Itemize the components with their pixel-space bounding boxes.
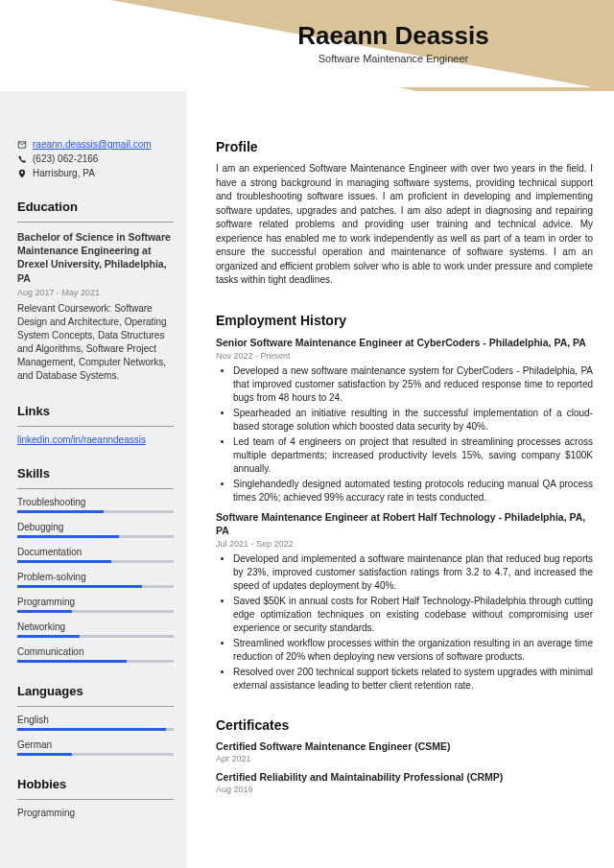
languages-heading: Languages	[17, 684, 174, 698]
job-title: Software Maintenance Engineer at Robert …	[216, 510, 593, 537]
job-dates: Jul 2021 - Sep 2022	[216, 539, 593, 549]
profile-body: I am an experienced Software Maintenance…	[216, 162, 593, 288]
skill-item: Communication	[17, 646, 174, 663]
skill-fill	[17, 560, 111, 563]
email-icon	[17, 140, 27, 150]
skill-bar	[17, 635, 174, 638]
cert-date: Apr 2021	[216, 754, 593, 763]
profile-heading: Profile	[216, 139, 593, 154]
language-item: English	[17, 715, 174, 731]
job-bullet: Streamlined workflow processes within th…	[233, 637, 593, 664]
person-name: Raeann Deassis	[173, 21, 614, 51]
skill-label: Troubleshooting	[17, 497, 174, 507]
location-icon	[17, 169, 27, 178]
hobbies-heading: Hobbies	[17, 777, 174, 791]
phone-icon	[17, 154, 27, 164]
skill-label: Programming	[17, 597, 174, 607]
language-item: German	[17, 739, 174, 756]
skill-label: Debugging	[17, 522, 174, 532]
skill-fill	[17, 635, 80, 638]
skill-label: Networking	[17, 622, 174, 632]
skill-label: Communication	[17, 646, 174, 657]
phone-text: (623) 062-2166	[33, 153, 98, 164]
contact-phone-row: (623) 062-2166	[17, 153, 174, 164]
email-link[interactable]: raeann.deassis@gmail.com	[33, 139, 152, 150]
skill-label: Problem-solving	[17, 572, 174, 582]
job-bullet: Singlehandedly designed automated testin…	[233, 478, 593, 504]
skill-bar	[17, 510, 174, 513]
skill-fill	[17, 510, 104, 513]
job-bullet: Developed a new software maintenance sys…	[233, 364, 593, 405]
job-title: Senior Software Maintenance Engineer at …	[216, 336, 593, 349]
skill-fill	[17, 535, 119, 538]
employment-heading: Employment History	[216, 313, 593, 328]
job-bullet: Saved $50K in annual costs for Robert Ha…	[233, 595, 593, 635]
language-bar	[17, 753, 174, 756]
cert-title: Certified Software Maintenance Engineer …	[216, 740, 593, 752]
certificates-heading: Certificates	[216, 717, 593, 733]
main-content: Profile I am an experienced Software Mai…	[187, 91, 614, 868]
skill-bar	[17, 535, 174, 538]
job-entry: Software Maintenance Engineer at Robert …	[216, 510, 593, 692]
divider	[17, 799, 174, 800]
links-heading: Links	[17, 404, 174, 418]
skill-fill	[17, 585, 142, 588]
skill-item: Troubleshooting	[17, 497, 174, 513]
skill-bar	[17, 585, 174, 588]
divider	[17, 222, 174, 223]
skill-fill	[17, 660, 127, 663]
contact-email-row: raeann.deassis@gmail.com	[17, 139, 174, 150]
language-label: German	[17, 739, 174, 750]
job-bullet: Developed and implemented a software mai…	[233, 552, 593, 593]
education-heading: Education	[17, 199, 174, 214]
skill-bar	[17, 560, 174, 563]
job-bullets: Developed and implemented a software mai…	[216, 552, 593, 692]
divider	[17, 706, 174, 707]
skill-fill	[17, 610, 72, 613]
education-degree: Bachelor of Science in Software Maintena…	[17, 230, 174, 285]
skill-bar	[17, 660, 174, 663]
skills-heading: Skills	[17, 466, 174, 481]
cert-title: Certified Reliability and Maintainabilit…	[216, 771, 593, 783]
job-dates: Nov 2022 - Present	[216, 351, 593, 361]
education-dates: Aug 2017 - May 2021	[17, 288, 174, 297]
skill-item: Networking	[17, 622, 174, 638]
skill-item: Debugging	[17, 522, 174, 538]
person-title: Software Maintenance Engineer	[173, 53, 614, 64]
job-bullet: Led team of 4 engineers on project that …	[233, 435, 593, 476]
skill-item: Problem-solving	[17, 572, 174, 588]
divider	[17, 488, 174, 489]
cert-date: Aug 2019	[216, 785, 593, 794]
divider	[17, 426, 174, 427]
education-body: Relevant Coursework: Software Design and…	[17, 302, 174, 383]
language-label: English	[17, 715, 174, 725]
skill-bar	[17, 610, 174, 613]
job-entry: Senior Software Maintenance Engineer at …	[216, 336, 593, 504]
contact-location-row: Harrisburg, PA	[17, 168, 174, 178]
job-bullets: Developed a new software maintenance sys…	[216, 364, 593, 504]
language-fill	[17, 728, 166, 731]
hobby-item: Programming	[17, 808, 174, 818]
skill-label: Documentation	[17, 547, 174, 557]
skill-item: Documentation	[17, 547, 174, 563]
header: Raeann Deassis Software Maintenance Engi…	[0, 0, 614, 91]
job-bullet: Spearheaded an initiative resulting in t…	[233, 407, 593, 434]
skill-item: Programming	[17, 597, 174, 613]
linkedin-link[interactable]: linkedin.com/in/raeanndeassis	[17, 434, 146, 445]
location-text: Harrisburg, PA	[33, 168, 95, 178]
language-bar	[17, 728, 174, 731]
sidebar: raeann.deassis@gmail.com (623) 062-2166 …	[0, 91, 187, 868]
language-fill	[17, 753, 72, 756]
job-bullet: Resolved over 200 technical support tick…	[233, 666, 593, 692]
